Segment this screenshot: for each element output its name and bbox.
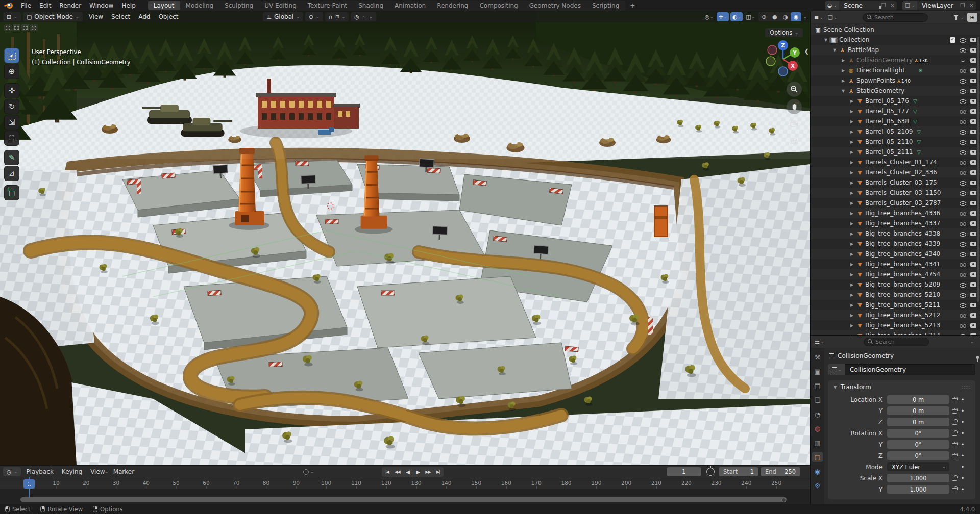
outliner-display-mode-button[interactable]: ❏⌄: [827, 14, 839, 21]
value-field[interactable]: 0 m: [887, 395, 949, 404]
properties-tab[interactable]: [812, 380, 823, 391]
properties-options-dropdown[interactable]: ⌄: [967, 340, 977, 344]
transform-orientation-dropdown[interactable]: ⊥Global⌄: [263, 12, 303, 21]
playback-button[interactable]: [433, 468, 443, 476]
timeline-scrollbar[interactable]: [20, 497, 787, 502]
tool-button[interactable]: [4, 166, 19, 181]
disable-render-icon[interactable]: [970, 261, 977, 268]
hide-eye-icon[interactable]: [959, 220, 966, 227]
lock-icon[interactable]: [952, 397, 958, 403]
outliner-filter-button[interactable]: ⌄: [952, 14, 965, 20]
hide-eye-icon[interactable]: [959, 281, 966, 288]
hide-eye-icon[interactable]: [959, 210, 966, 217]
value-field[interactable]: 0°: [887, 451, 949, 460]
orthographic-grid-icon[interactable]: [787, 134, 802, 149]
hide-eye-icon[interactable]: [959, 128, 966, 135]
editor-type-button[interactable]: ⊞⌄: [3, 12, 21, 21]
tool-button[interactable]: [4, 99, 19, 114]
proportional-editing-controls[interactable]: ◎∼⌄: [351, 12, 376, 21]
outliner-row[interactable]: Big_tree_branches_4341: [811, 259, 980, 269]
disable-render-icon[interactable]: [970, 169, 977, 176]
outliner-row[interactable]: SpawnPoints 140: [811, 75, 980, 86]
disable-render-icon[interactable]: [970, 322, 977, 329]
lock-icon[interactable]: [952, 475, 958, 481]
outliner-row[interactable]: Barrel_05_638: [811, 116, 980, 126]
outliner-row[interactable]: Big_tree_branches_5209: [811, 279, 980, 290]
properties-tab[interactable]: [812, 438, 823, 448]
viewport-toggle-button[interactable]: ⌄: [703, 12, 715, 21]
hide-eye-icon[interactable]: [959, 199, 966, 207]
hide-eye-icon[interactable]: [959, 301, 966, 309]
outliner-row[interactable]: Big_tree_branches_4340: [811, 249, 980, 259]
collapse-icon[interactable]: [848, 160, 855, 165]
hide-eye-icon[interactable]: [959, 87, 966, 94]
panel-grip-icon[interactable]: ::::: [962, 384, 971, 390]
pivot-point-dropdown[interactable]: ⊙⌄: [305, 12, 323, 21]
gizmo-x-axis[interactable]: X: [791, 63, 795, 69]
collapse-icon[interactable]: [848, 282, 855, 287]
disable-render-icon[interactable]: [970, 281, 977, 288]
outliner-row[interactable]: Barrels_Cluster_03_1150: [811, 188, 980, 198]
disable-render-icon[interactable]: [970, 220, 977, 227]
outliner-scrollbar[interactable]: [977, 37, 979, 302]
properties-tab[interactable]: [812, 452, 823, 462]
properties-tab[interactable]: [812, 409, 823, 419]
select-mode-new[interactable]: [4, 24, 12, 31]
disable-render-icon[interactable]: [970, 87, 977, 94]
hide-eye-icon[interactable]: [959, 118, 966, 125]
timeline-track[interactable]: [0, 489, 810, 504]
properties-tab[interactable]: [812, 423, 823, 433]
shading-mode-button[interactable]: [780, 12, 791, 21]
animate-dot-icon[interactable]: •: [960, 396, 966, 403]
animate-dot-icon[interactable]: •: [960, 441, 966, 448]
collapse-icon[interactable]: [848, 313, 855, 318]
animate-dot-icon[interactable]: •: [960, 486, 966, 493]
viewport-toggle-button[interactable]: ⌄: [730, 12, 743, 21]
collapse-icon[interactable]: [848, 191, 855, 195]
value-field[interactable]: 0°: [887, 429, 949, 438]
playback-button[interactable]: [382, 468, 392, 476]
disable-render-icon[interactable]: [970, 210, 977, 217]
workspace-tab[interactable]: UV Editing: [259, 1, 302, 10]
outliner-row[interactable]: BattleMap: [811, 45, 980, 55]
disable-render-icon[interactable]: [970, 332, 977, 335]
collapse-icon[interactable]: [848, 119, 855, 124]
lock-icon[interactable]: [952, 486, 958, 493]
shading-mode-button[interactable]: [758, 12, 769, 21]
tool-button[interactable]: [4, 83, 19, 98]
tool-button[interactable]: [4, 48, 19, 63]
collapse-icon[interactable]: [840, 79, 847, 83]
outliner-row[interactable]: Barrel_05_176: [811, 96, 980, 106]
disable-render-icon[interactable]: [970, 46, 977, 54]
new-collection-button[interactable]: [967, 13, 977, 22]
hide-eye-icon[interactable]: [959, 179, 966, 186]
outliner-row[interactable]: Collection: [811, 35, 980, 45]
value-field[interactable]: 0 m: [887, 406, 949, 416]
stopwatch-icon[interactable]: [706, 468, 715, 476]
frame-end-field[interactable]: End250: [761, 467, 800, 476]
collapse-icon[interactable]: [848, 130, 855, 134]
hide-eye-icon[interactable]: [959, 240, 966, 247]
disable-render-icon[interactable]: [970, 301, 977, 309]
hide-eye-icon[interactable]: [959, 332, 966, 335]
workspace-tab[interactable]: Compositing: [474, 1, 523, 10]
disable-render-icon[interactable]: [970, 312, 977, 319]
properties-tab[interactable]: [812, 466, 823, 476]
lock-icon[interactable]: [952, 408, 958, 414]
collapse-icon[interactable]: [848, 221, 855, 226]
gizmo-y-axis[interactable]: Y: [792, 50, 797, 56]
viewport-toggle-button[interactable]: ⌄: [717, 12, 729, 21]
viewport-menu-item[interactable]: View: [85, 13, 107, 20]
disable-render-icon[interactable]: [970, 291, 977, 298]
outliner-row[interactable]: StaticGeometry: [811, 86, 980, 96]
navigation-gizmo[interactable]: Z Y X: [763, 39, 803, 79]
outliner-row[interactable]: Big_tree_branches_5210: [811, 290, 980, 300]
delete-scene-button[interactable]: ×: [888, 2, 897, 9]
outliner-row[interactable]: Barrels_Cluster_03_2787: [811, 198, 980, 208]
blender-logo-icon[interactable]: [4, 2, 13, 9]
hide-eye-closed-icon[interactable]: [959, 57, 966, 64]
animate-dot-icon[interactable]: •: [960, 452, 966, 459]
disable-render-icon[interactable]: [970, 97, 977, 105]
options-dropdown[interactable]: Options⌄: [765, 28, 803, 37]
topbar-menu-item[interactable]: Edit: [35, 1, 55, 10]
